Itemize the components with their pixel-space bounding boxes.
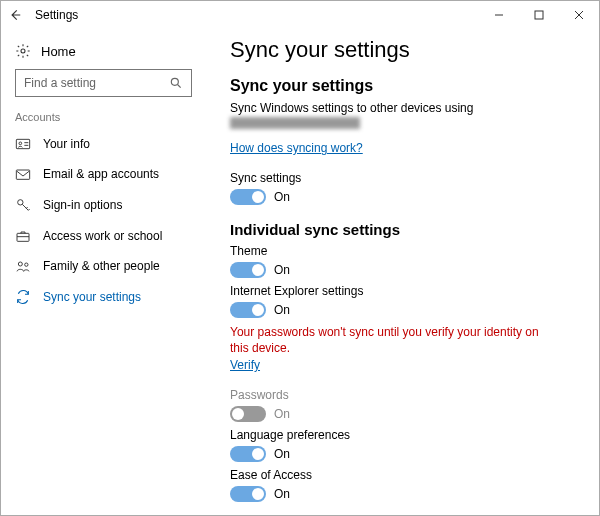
ie-state: On <box>274 303 290 317</box>
svg-point-13 <box>25 263 28 266</box>
sync-icon <box>15 289 31 305</box>
sync-settings-label: Sync settings <box>230 171 575 185</box>
section-title-individual: Individual sync settings <box>230 221 575 238</box>
svg-point-10 <box>18 200 23 205</box>
help-link[interactable]: How does syncing work? <box>230 141 363 155</box>
svg-rect-9 <box>16 170 29 179</box>
language-toggle[interactable] <box>230 446 266 462</box>
svg-rect-1 <box>535 11 543 19</box>
window-title: Settings <box>29 8 78 22</box>
minimize-icon <box>494 10 504 20</box>
sidebar: Home Find a setting Accounts Your info E <box>1 29 206 515</box>
language-state: On <box>274 447 290 461</box>
ie-toggle[interactable] <box>230 302 266 318</box>
sync-settings-state: On <box>274 190 290 204</box>
sidebar-item-email[interactable]: Email & app accounts <box>1 159 206 189</box>
ease-state: On <box>274 487 290 501</box>
redacted-account <box>230 117 360 129</box>
sidebar-item-label: Access work or school <box>43 229 162 243</box>
svg-rect-11 <box>17 233 29 241</box>
maximize-button[interactable] <box>519 1 559 29</box>
svg-point-12 <box>18 262 22 266</box>
home-label: Home <box>41 44 76 59</box>
ease-label: Ease of Access <box>230 468 575 482</box>
ie-label: Internet Explorer settings <box>230 284 575 298</box>
home-button[interactable]: Home <box>1 37 206 69</box>
key-icon <box>15 197 31 213</box>
svg-point-4 <box>21 49 25 53</box>
sidebar-item-label: Email & app accounts <box>43 167 159 181</box>
back-button[interactable] <box>1 1 29 29</box>
section-title: Sync your settings <box>230 77 575 95</box>
passwords-toggle <box>230 406 266 422</box>
password-warning: Your passwords won't sync until you veri… <box>230 324 550 356</box>
ease-toggle[interactable] <box>230 486 266 502</box>
close-icon <box>574 10 584 20</box>
person-card-icon <box>15 137 31 151</box>
minimize-button[interactable] <box>479 1 519 29</box>
theme-state: On <box>274 263 290 277</box>
arrow-left-icon <box>8 8 22 22</box>
sidebar-item-label: Sign-in options <box>43 198 122 212</box>
language-label: Language preferences <box>230 428 575 442</box>
verify-link[interactable]: Verify <box>230 358 260 372</box>
people-icon <box>15 259 31 273</box>
content-pane: Sync your settings Sync your settings Sy… <box>206 29 599 515</box>
sidebar-item-signin[interactable]: Sign-in options <box>1 189 206 221</box>
titlebar: Settings <box>1 1 599 29</box>
svg-point-8 <box>19 142 22 145</box>
search-input[interactable]: Find a setting <box>15 69 192 97</box>
sidebar-item-label: Your info <box>43 137 90 151</box>
section-label: Accounts <box>1 111 206 129</box>
passwords-label: Passwords <box>230 388 575 402</box>
maximize-icon <box>534 10 544 20</box>
sidebar-item-family[interactable]: Family & other people <box>1 251 206 281</box>
sync-description: Sync Windows settings to other devices u… <box>230 101 575 115</box>
svg-line-6 <box>178 85 181 88</box>
svg-point-5 <box>171 78 178 85</box>
sidebar-item-label: Sync your settings <box>43 290 141 304</box>
search-placeholder: Find a setting <box>24 76 169 90</box>
sidebar-item-sync[interactable]: Sync your settings <box>1 281 206 313</box>
sync-settings-toggle[interactable] <box>230 189 266 205</box>
gear-icon <box>15 43 31 59</box>
mail-icon <box>15 167 31 181</box>
search-icon <box>169 76 183 90</box>
sidebar-item-label: Family & other people <box>43 259 160 273</box>
sidebar-item-your-info[interactable]: Your info <box>1 129 206 159</box>
close-button[interactable] <box>559 1 599 29</box>
page-title: Sync your settings <box>230 37 575 63</box>
theme-label: Theme <box>230 244 575 258</box>
passwords-state: On <box>274 407 290 421</box>
theme-toggle[interactable] <box>230 262 266 278</box>
sidebar-item-work[interactable]: Access work or school <box>1 221 206 251</box>
briefcase-icon <box>15 229 31 243</box>
settings-window: Settings Home Find a setting <box>0 0 600 516</box>
